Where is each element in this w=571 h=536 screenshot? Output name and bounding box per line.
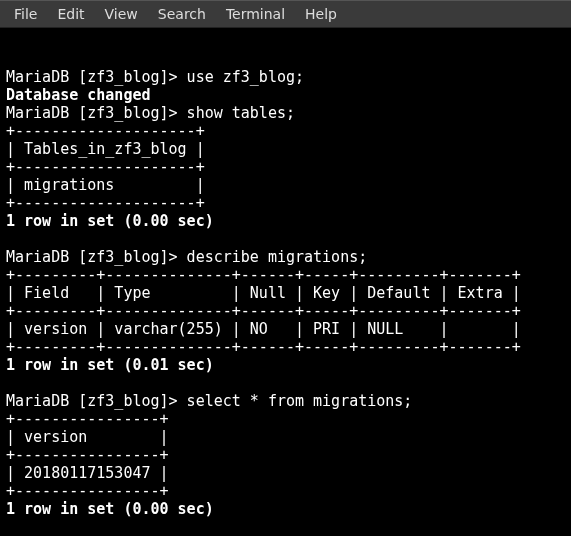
- terminal-line: | migrations |: [6, 176, 565, 194]
- terminal-line: | Field | Type | Null | Key | Default | …: [6, 284, 565, 302]
- terminal-line: | version | varchar(255) | NO | PRI | NU…: [6, 320, 565, 338]
- terminal-line: +---------+--------------+------+-----+-…: [6, 338, 565, 356]
- terminal-line: [6, 230, 565, 248]
- terminal-line: MariaDB [zf3_blog]> describe migrations;: [6, 248, 565, 266]
- menu-search[interactable]: Search: [148, 6, 216, 22]
- menu-terminal[interactable]: Terminal: [216, 6, 295, 22]
- terminal-line: 1 row in set (0.00 sec): [6, 500, 565, 518]
- terminal-line: +--------------------+: [6, 158, 565, 176]
- terminal-line: MariaDB [zf3_blog]> show tables;: [6, 104, 565, 122]
- terminal-line: | version |: [6, 428, 565, 446]
- terminal-line: MariaDB [zf3_blog]> select * from migrat…: [6, 392, 565, 410]
- terminal-line: [6, 374, 565, 392]
- terminal-line: 1 row in set (0.01 sec): [6, 356, 565, 374]
- menu-help[interactable]: Help: [295, 6, 347, 22]
- terminal-line: +---------+--------------+------+-----+-…: [6, 302, 565, 320]
- terminal-line: | 20180117153047 |: [6, 464, 565, 482]
- terminal-line: 1 row in set (0.00 sec): [6, 212, 565, 230]
- menu-view[interactable]: View: [95, 6, 148, 22]
- terminal-area[interactable]: MariaDB [zf3_blog]> use zf3_blog;Databas…: [0, 28, 571, 536]
- terminal-line: +--------------------+: [6, 194, 565, 212]
- terminal-line: +---------+--------------+------+-----+-…: [6, 266, 565, 284]
- menu-file[interactable]: File: [4, 6, 47, 22]
- menu-edit[interactable]: Edit: [47, 6, 94, 22]
- terminal-line: | Tables_in_zf3_blog |: [6, 140, 565, 158]
- terminal-line: MariaDB [zf3_blog]> use zf3_blog;: [6, 68, 565, 86]
- terminal-line: [6, 518, 565, 536]
- menubar: File Edit View Search Terminal Help: [0, 0, 571, 28]
- terminal-line: +----------------+: [6, 410, 565, 428]
- terminal-line: +----------------+: [6, 482, 565, 500]
- terminal-line: +--------------------+: [6, 122, 565, 140]
- terminal-line: +----------------+: [6, 446, 565, 464]
- terminal-line: Database changed: [6, 86, 565, 104]
